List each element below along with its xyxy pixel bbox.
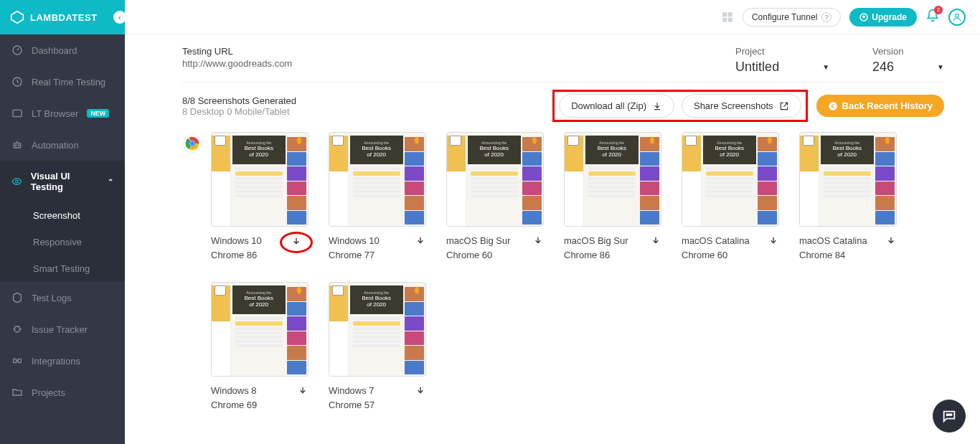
- sidebar-label: Automation: [32, 140, 79, 151]
- screenshot-card: Announcing theBest Booksof 2020 macOS Bi…: [446, 132, 544, 262]
- url-value: http://www.goodreads.com: [182, 58, 292, 69]
- svg-point-7: [16, 180, 19, 183]
- download-card-button[interactable]: [650, 235, 661, 250]
- download-card-button[interactable]: [768, 235, 779, 250]
- brand-header[interactable]: LAMBDATEST ‹: [0, 0, 125, 34]
- download-card-button[interactable]: [532, 235, 544, 250]
- card-os: Windows 8: [211, 384, 257, 398]
- screenshot-grid: Announcing theBest Booksof 2020 Windows …: [182, 132, 944, 412]
- configure-tunnel-button[interactable]: Configure Tunnel ?: [743, 8, 841, 27]
- selects: Project Untitled▼ Version 246▼: [735, 46, 944, 75]
- svg-marker-0: [11, 11, 24, 24]
- chevron-up-icon: ⌃: [108, 178, 113, 186]
- card-os: macOS Big Sur: [564, 234, 628, 248]
- sidebar-item-testlogs[interactable]: Test Logs: [0, 282, 125, 313]
- tunnel-label: Configure Tunnel: [752, 12, 817, 22]
- info-row: Testing URL http://www.goodreads.com Pro…: [182, 46, 944, 75]
- svg-rect-10: [18, 359, 21, 362]
- card-labels: Windows 8Chrome 69: [211, 384, 257, 412]
- download-card-button[interactable]: [885, 235, 897, 250]
- version-select[interactable]: Version 246▼: [872, 46, 944, 75]
- card-labels: Windows 10Chrome 77: [329, 234, 380, 262]
- svg-point-6: [18, 145, 19, 146]
- sidebar-sub-responsive[interactable]: Responsive: [0, 229, 125, 255]
- sidebar-item-ltbrowser[interactable]: LT Browser NEW: [0, 98, 125, 129]
- chrome-icon: [182, 133, 202, 153]
- share-icon: [779, 101, 789, 111]
- screenshot-thumbnail[interactable]: Announcing theBest Booksof 2020: [329, 132, 426, 227]
- desktop-icon: [332, 136, 344, 146]
- sidebar-item-integrations[interactable]: Integrations: [0, 345, 125, 377]
- card-labels: macOS Big SurChrome 60: [446, 234, 511, 262]
- brand-logo-icon: [10, 10, 24, 24]
- svg-rect-14: [728, 17, 732, 22]
- status-generated: 8/8 Screenshots Generated: [182, 95, 296, 106]
- card-info: macOS CatalinaChrome 84: [799, 234, 897, 262]
- card-browser: Chrome 60: [682, 248, 750, 263]
- share-button[interactable]: Share Screenshots: [682, 94, 801, 118]
- download-card-button[interactable]: [415, 385, 426, 400]
- status-row: 8/8 Screenshots Generated 8 Desktop 0 Mo…: [182, 82, 944, 122]
- svg-point-21: [190, 141, 194, 146]
- screenshot-thumbnail[interactable]: Announcing theBest Booksof 2020: [682, 132, 779, 227]
- sidebar-collapse-button[interactable]: ‹: [113, 11, 126, 24]
- sidebar-item-realtime[interactable]: Real Time Testing: [0, 66, 125, 98]
- screenshot-card: Announcing theBest Booksof 2020 Windows …: [329, 282, 426, 412]
- screenshot-thumbnail[interactable]: Announcing theBest Booksof 2020: [329, 282, 426, 377]
- chat-button[interactable]: [933, 400, 966, 433]
- screenshot-thumbnail[interactable]: Announcing theBest Booksof 2020: [564, 132, 661, 227]
- desktop-icon: [685, 136, 697, 146]
- version-value: 246: [872, 60, 894, 75]
- sidebar-sub-smart[interactable]: Smart Testing: [0, 255, 125, 282]
- robot-icon: [11, 139, 23, 151]
- card-browser: Chrome 60: [446, 248, 511, 263]
- card-browser: Chrome 86: [564, 248, 628, 263]
- card-info: macOS Big SurChrome 86: [564, 234, 661, 262]
- cube-icon: [11, 292, 23, 303]
- action-group: Download all (Zip) Share Screenshots Bac…: [552, 90, 944, 122]
- upgrade-arrow-icon: [859, 13, 868, 22]
- screenshot-card: Announcing theBest Booksof 2020 Windows …: [211, 282, 308, 412]
- notifications-button[interactable]: 2: [925, 9, 940, 26]
- sidebar-item-dashboard[interactable]: Dashboard: [0, 34, 125, 66]
- card-labels: macOS CatalinaChrome 60: [682, 234, 750, 262]
- card-os: macOS Big Sur: [446, 234, 511, 248]
- upgrade-button[interactable]: Upgrade: [849, 8, 917, 27]
- sidebar-label: Projects: [32, 387, 65, 398]
- sidebar-item-automation[interactable]: Automation: [0, 129, 125, 161]
- svg-rect-11: [722, 12, 727, 16]
- card-labels: Windows 7Chrome 57: [329, 384, 374, 412]
- screenshot-thumbnail[interactable]: Announcing theBest Booksof 2020: [799, 132, 897, 227]
- screenshot-card: Announcing theBest Booksof 2020 Windows …: [329, 132, 426, 262]
- project-value: Untitled: [735, 60, 779, 75]
- sidebar-item-visual-ui[interactable]: Visual UI Testing ⌃: [0, 161, 125, 202]
- sidebar-item-issues[interactable]: Issue Tracker: [0, 313, 125, 345]
- screenshot-card: Announcing theBest Booksof 2020 Windows …: [211, 132, 308, 262]
- project-select[interactable]: Project Untitled▼: [735, 46, 829, 75]
- screenshot-thumbnail[interactable]: Announcing theBest Booksof 2020: [211, 132, 308, 227]
- apps-grid-icon[interactable]: [721, 11, 734, 24]
- desktop-icon: [450, 136, 461, 146]
- download-card-button[interactable]: [415, 235, 426, 250]
- rocket-icon: [411, 285, 423, 300]
- download-card-button[interactable]: [297, 385, 308, 400]
- download-card-button[interactable]: [291, 236, 302, 250]
- card-os: Windows 10: [211, 234, 262, 248]
- download-all-button[interactable]: Download all (Zip): [559, 94, 674, 118]
- svg-point-5: [15, 145, 16, 146]
- sidebar-label: Integrations: [32, 356, 80, 367]
- rocket-icon: [411, 136, 423, 150]
- folder-icon: [11, 387, 23, 398]
- sidebar-item-projects[interactable]: Projects: [0, 377, 125, 408]
- desktop-icon: [215, 285, 226, 296]
- back-history-button[interactable]: Back Recent History: [816, 95, 944, 117]
- screenshot-thumbnail[interactable]: Announcing theBest Booksof 2020: [211, 282, 308, 377]
- svg-point-16: [956, 14, 959, 17]
- user-avatar[interactable]: [948, 9, 966, 26]
- sidebar-sub-screenshot[interactable]: Screenshot: [0, 202, 125, 229]
- svg-point-17: [829, 102, 837, 110]
- screenshot-thumbnail[interactable]: Announcing theBest Booksof 2020: [446, 132, 544, 227]
- svg-rect-13: [722, 17, 727, 22]
- upgrade-label: Upgrade: [872, 12, 907, 22]
- card-info: Windows 8Chrome 69: [211, 384, 308, 412]
